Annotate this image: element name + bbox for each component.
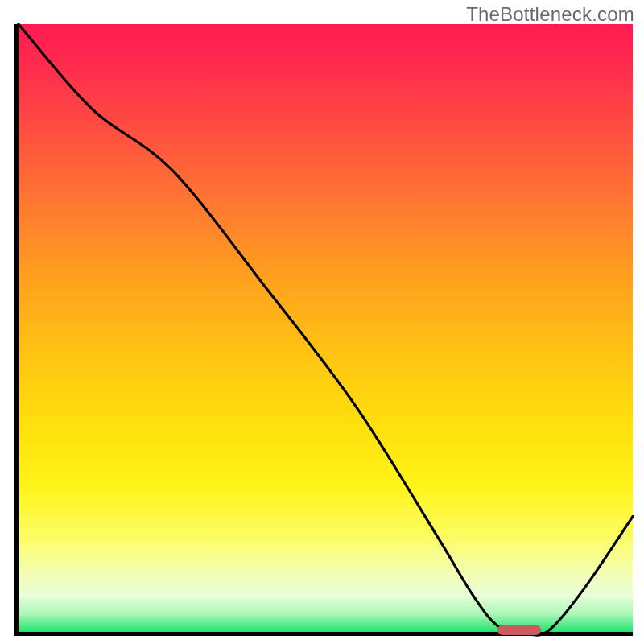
bottleneck-marker: [497, 625, 540, 635]
curve-svg: [19, 24, 633, 632]
watermark-text: TheBottleneck.com: [466, 3, 634, 26]
plot-area: [14, 24, 633, 636]
chart-container: TheBottleneck.com: [0, 0, 644, 644]
bottleneck-curve-path: [19, 24, 633, 635]
